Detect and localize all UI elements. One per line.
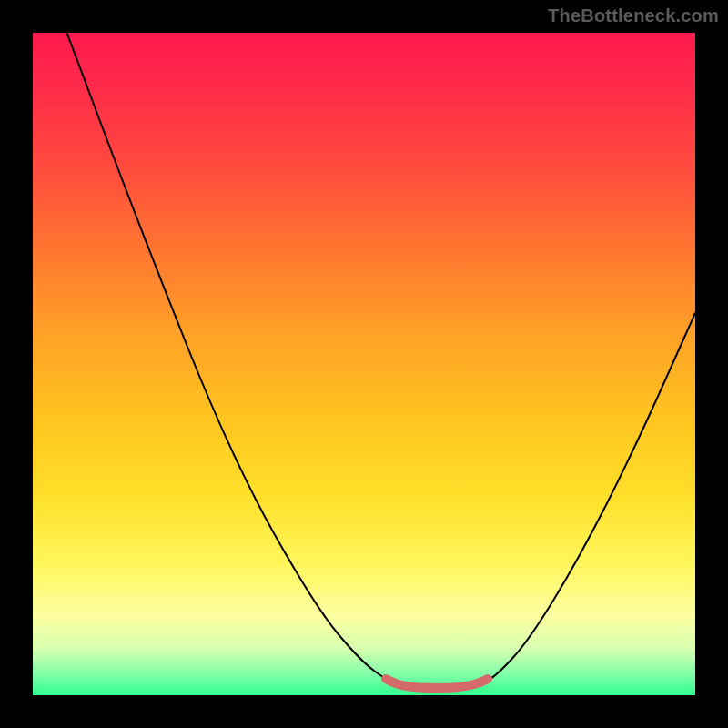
curve-layer [33,33,695,695]
plot-area [33,33,695,695]
watermark-text: TheBottleneck.com [548,5,719,26]
main-curve [60,33,695,688]
bottom-accent [386,679,488,688]
chart-frame: TheBottleneck.com [0,0,728,728]
